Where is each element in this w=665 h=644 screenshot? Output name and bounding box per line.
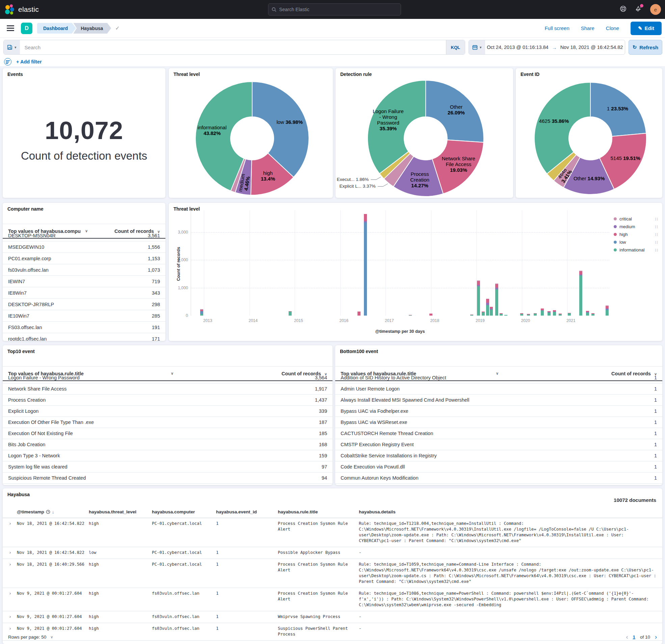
bar-segment-high[interactable] bbox=[527, 314, 530, 315]
grid-row[interactable]: › Nov 9, 2021 @ 00:01:27.604 high fs03vu… bbox=[3, 588, 662, 611]
user-avatar[interactable]: e bbox=[650, 4, 661, 15]
table-row[interactable]: fs03vuln.offsec.lan 1,073 bbox=[3, 264, 166, 276]
bar-segment-high[interactable] bbox=[548, 311, 551, 312]
refresh-button[interactable]: ↻Refresh bbox=[629, 40, 662, 55]
expand-row-icon[interactable]: › bbox=[3, 614, 17, 620]
grid-row[interactable]: › Nov 18, 2021 @ 16:40:29.566 high PC-01… bbox=[3, 559, 662, 588]
legend-item-low[interactable]: low ⁝⁝ bbox=[614, 238, 658, 246]
table-row[interactable]: IE10Win7 285 bbox=[3, 310, 166, 322]
bar-segment-critical[interactable] bbox=[495, 284, 498, 284]
bar-segment-medium[interactable] bbox=[606, 308, 609, 309]
table-row[interactable]: Bits Job Creation 168 bbox=[3, 439, 332, 450]
global-search-input[interactable] bbox=[279, 7, 397, 12]
bar-segment-high[interactable] bbox=[553, 310, 556, 311]
table-row[interactable]: Suspicious Remote Thread Created 94 bbox=[3, 473, 332, 484]
bar-segment-high[interactable] bbox=[477, 281, 480, 285]
column-timestamp[interactable]: @timestamp ↓ bbox=[17, 509, 89, 514]
table-row[interactable]: FS03.offsec.lan 191 bbox=[3, 322, 166, 333]
bar-segment-informational[interactable] bbox=[553, 311, 556, 316]
bar-segment-high[interactable] bbox=[409, 315, 412, 316]
grid-row[interactable]: › Nov 18, 2021 @ 16:42:54.822 high PC-01… bbox=[3, 518, 662, 547]
bar-segment-medium[interactable] bbox=[548, 312, 551, 312]
bar-segment-high[interactable] bbox=[364, 214, 367, 221]
table-row[interactable]: Addition of SID History to Active Direct… bbox=[335, 372, 662, 383]
table-row[interactable]: DESKTOP-JR78RLP 298 bbox=[3, 299, 166, 310]
table-row[interactable]: Explicit Logon 339 bbox=[3, 406, 332, 417]
bar-segment-informational[interactable] bbox=[591, 314, 594, 316]
table-row[interactable]: IE8Win7 343 bbox=[3, 287, 166, 299]
grid-row[interactable]: › Nov 9, 2021 @ 00:01:27.604 high fs03vu… bbox=[3, 611, 662, 623]
bar-segment-high[interactable] bbox=[499, 313, 502, 314]
expand-row-icon[interactable]: › bbox=[3, 562, 17, 585]
news-icon[interactable] bbox=[634, 5, 643, 14]
bar-segment-medium[interactable] bbox=[364, 221, 367, 223]
add-filter-button[interactable]: + Add filter bbox=[16, 59, 42, 64]
bar-segment-low[interactable] bbox=[364, 223, 367, 316]
breadcrumb-hayabusa[interactable]: Hayabusa bbox=[73, 23, 111, 34]
current-page[interactable]: 1 bbox=[632, 634, 635, 640]
bar-segment-medium[interactable] bbox=[477, 285, 480, 287]
table-row[interactable]: IEWIN7 719 bbox=[3, 276, 166, 287]
bar-segment-informational[interactable] bbox=[548, 312, 551, 316]
legend-actions-icon[interactable]: ⁝⁝ bbox=[655, 248, 658, 252]
bar-segment-medium[interactable] bbox=[586, 312, 589, 312]
sort-desc-icon[interactable]: ↓ bbox=[52, 509, 54, 514]
bar-segment-medium[interactable] bbox=[541, 310, 544, 311]
bar-segment-informational[interactable] bbox=[490, 309, 493, 316]
bar-segment-informational[interactable] bbox=[559, 314, 562, 316]
bar-segment-high[interactable] bbox=[482, 311, 485, 312]
legend-item-critical[interactable]: critical ⁝⁝ bbox=[614, 215, 658, 223]
legend-actions-icon[interactable]: ⁝⁝ bbox=[655, 225, 658, 229]
expand-row-icon[interactable]: › bbox=[3, 521, 17, 544]
bar-segment-informational[interactable] bbox=[534, 314, 537, 316]
bar-segment-informational[interactable] bbox=[520, 314, 523, 316]
bar-segment-high[interactable] bbox=[486, 299, 489, 303]
share-button[interactable]: Share bbox=[581, 25, 594, 31]
legend-actions-icon[interactable]: ⁝⁝ bbox=[655, 217, 658, 222]
filter-icon[interactable] bbox=[4, 58, 12, 65]
bar-segment-high[interactable] bbox=[606, 306, 609, 308]
global-search[interactable] bbox=[268, 3, 401, 16]
menu-icon[interactable] bbox=[7, 25, 14, 31]
prev-page-icon[interactable]: ‹ bbox=[626, 633, 628, 641]
table-row[interactable]: Network Share File Access 1,917 bbox=[3, 383, 332, 395]
bar-segment-high[interactable] bbox=[534, 313, 537, 314]
bar-segment-informational[interactable] bbox=[586, 312, 589, 316]
bar-segment-high[interactable] bbox=[579, 271, 582, 274]
table-row[interactable]: System log file was cleared 97 bbox=[3, 461, 332, 473]
table-row[interactable]: Execution Of Other File Type Than .exe 1… bbox=[3, 417, 332, 428]
bar-segment-medium[interactable] bbox=[495, 288, 498, 289]
legend-item-informational[interactable]: informational ⁝⁝ bbox=[614, 246, 658, 254]
bar-segment-critical[interactable] bbox=[579, 271, 582, 271]
date-range-start[interactable]: Oct 24, 2013 @ 01:16:13.84 bbox=[487, 44, 548, 50]
table-row[interactable]: CACTUSTORCH Remote Thread Creation 1 bbox=[335, 428, 662, 439]
bar-segment-informational[interactable] bbox=[289, 311, 292, 316]
table-row[interactable]: Bypass UAC via Fodhelper.exe 1 bbox=[335, 406, 662, 417]
column-event-id[interactable]: hayabusa.event_id bbox=[216, 509, 278, 514]
help-icon[interactable] bbox=[619, 5, 627, 14]
bar-segment-critical[interactable] bbox=[606, 305, 609, 306]
legend-actions-icon[interactable]: ⁝⁝ bbox=[655, 232, 658, 237]
bar-segment-high[interactable] bbox=[289, 311, 292, 312]
column-rule-title[interactable]: hayabusa.rule.title bbox=[278, 509, 359, 514]
bar-segment-low[interactable] bbox=[200, 311, 203, 314]
bar-segment-high[interactable] bbox=[586, 311, 589, 312]
expand-row-icon[interactable]: › bbox=[3, 591, 17, 608]
bar-segment-high[interactable] bbox=[358, 311, 361, 316]
clone-button[interactable]: Clone bbox=[606, 25, 619, 31]
bar-segment-high[interactable] bbox=[430, 314, 432, 316]
column-details[interactable]: hayabusa.details bbox=[359, 509, 662, 514]
bar-segment-critical[interactable] bbox=[477, 281, 480, 281]
date-picker-menu[interactable]: ▾ bbox=[469, 40, 485, 54]
bar-segment-high[interactable] bbox=[591, 313, 594, 314]
grid-row[interactable]: › Nov 18, 2021 @ 16:42:54.822 low PC-01.… bbox=[3, 547, 662, 559]
bar-segment-medium[interactable] bbox=[490, 308, 493, 309]
legend-actions-icon[interactable]: ⁝⁝ bbox=[655, 240, 658, 245]
bar-segment-informational[interactable] bbox=[541, 310, 544, 316]
table-row[interactable]: Code Execution via Pcwutl.dll 1 bbox=[335, 461, 662, 473]
expand-row-icon[interactable]: › bbox=[3, 550, 17, 555]
bar-segment-informational[interactable] bbox=[504, 315, 507, 316]
bar-segment-high[interactable] bbox=[490, 307, 493, 308]
bar-segment-high[interactable] bbox=[200, 309, 203, 311]
table-row[interactable]: CobaltStrike Service Installations in Re… bbox=[335, 450, 662, 461]
